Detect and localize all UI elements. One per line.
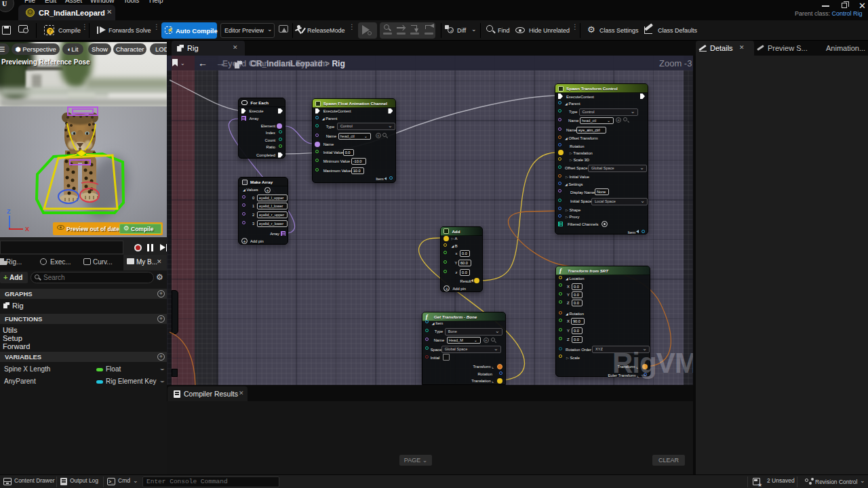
svg-text:Z: Z [7, 208, 11, 215]
svg-text:X: X [25, 226, 29, 232]
